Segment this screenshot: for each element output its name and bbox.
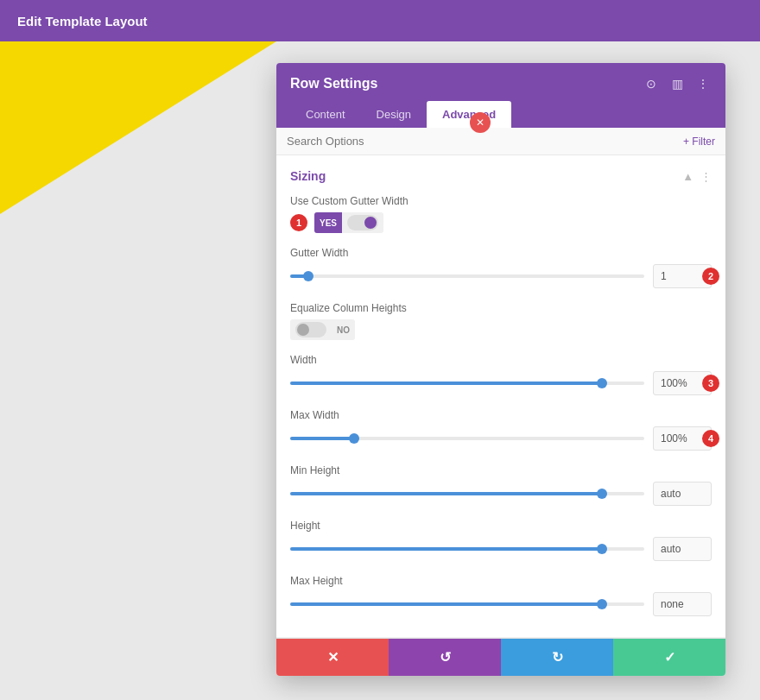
- height-label: Height: [290, 520, 712, 532]
- min-height-slider[interactable]: [290, 492, 644, 495]
- max-width-value: 100% 4: [653, 426, 712, 451]
- min-height-label: Min Height: [290, 464, 712, 476]
- tab-design[interactable]: Design: [361, 101, 427, 128]
- modal-header-icons: ⊙ ▥ ⋮: [643, 75, 712, 92]
- gutter-width-slider-row: 1 2: [290, 264, 712, 288]
- sizing-section: Sizing ▲ ⋮ Use Custom Gutter Width 1 YES: [276, 155, 725, 638]
- page-title: Edit Template Layout: [17, 14, 148, 28]
- slider-fill: [290, 382, 602, 385]
- section-header-icons: ▲ ⋮: [682, 170, 712, 183]
- min-height-row: Min Height auto: [290, 464, 712, 506]
- modal-body: Sizing ▲ ⋮ Use Custom Gutter Width 1 YES: [276, 155, 725, 638]
- gutter-width-slider[interactable]: [290, 274, 644, 278]
- modal-header-top: Row Settings ⊙ ▥ ⋮: [290, 75, 712, 92]
- width-slider-row: 100% 3: [290, 371, 712, 395]
- toggle-thumb-no: [297, 324, 309, 336]
- badge-2: 2: [702, 268, 719, 285]
- undo-button[interactable]: ↺: [389, 639, 501, 676]
- width-value: 100% 3: [653, 371, 712, 395]
- max-width-slider[interactable]: [290, 437, 644, 440]
- height-slider-row: auto: [290, 537, 712, 561]
- target-icon[interactable]: ⊙: [643, 75, 660, 92]
- slider-thumb: [597, 378, 607, 388]
- max-height-label: Max Height: [290, 575, 712, 587]
- slider-thumb: [597, 599, 607, 609]
- width-label: Width: [290, 354, 712, 366]
- modal-header: Row Settings ⊙ ▥ ⋮ Content Design Advanc…: [276, 63, 725, 128]
- tab-bar: Content Design Advanced: [290, 101, 712, 128]
- gutter-width-row: Gutter Width 1 2: [290, 247, 712, 288]
- height-value: auto: [653, 537, 712, 561]
- more-options-icon[interactable]: ⋮: [694, 75, 712, 92]
- gutter-width-label: Gutter Width: [290, 247, 712, 259]
- max-width-row: Max Width 100% 4: [290, 409, 712, 451]
- badge-1: 1: [290, 214, 307, 231]
- slider-fill: [290, 437, 354, 440]
- slider-thumb: [597, 489, 607, 499]
- section-header: Sizing ▲ ⋮: [290, 169, 712, 183]
- columns-icon[interactable]: ▥: [668, 75, 686, 92]
- slider-thumb: [349, 433, 359, 444]
- redo-button[interactable]: ↻: [501, 639, 613, 676]
- slider-fill: [290, 602, 602, 606]
- custom-gutter-toggle[interactable]: YES: [314, 212, 383, 233]
- badge-3: 3: [702, 375, 719, 392]
- width-slider[interactable]: [290, 382, 644, 385]
- toggle-track-no: [295, 322, 326, 337]
- max-height-slider-row: none: [290, 592, 712, 616]
- toggle-thumb: [364, 217, 377, 229]
- width-row: Width 100% 3: [290, 354, 712, 395]
- filter-button[interactable]: + Filter: [683, 136, 715, 148]
- max-height-value: none: [653, 592, 712, 616]
- gutter-width-value: 1 2: [653, 264, 712, 288]
- min-height-value: auto: [653, 482, 712, 506]
- max-height-row: Max Height none: [290, 575, 712, 616]
- row-settings-modal: Row Settings ⊙ ▥ ⋮ Content Design Advanc…: [276, 63, 725, 676]
- collapse-icon[interactable]: ▲: [682, 170, 694, 183]
- slider-thumb: [303, 271, 314, 281]
- cancel-button[interactable]: ✕: [276, 639, 389, 676]
- section-more-icon[interactable]: ⋮: [700, 170, 712, 183]
- height-slider[interactable]: [290, 547, 644, 551]
- custom-gutter-label: Use Custom Gutter Width: [290, 195, 712, 207]
- search-input[interactable]: [287, 135, 683, 148]
- search-bar: + Filter: [276, 128, 725, 155]
- toggle-wrapper: 1 YES: [290, 212, 712, 233]
- slider-fill: [290, 492, 602, 495]
- section-title: Sizing: [290, 169, 326, 183]
- header-bar: Edit Template Layout: [0, 0, 760, 41]
- min-height-slider-row: auto: [290, 482, 712, 506]
- max-height-slider[interactable]: [290, 602, 644, 606]
- equalize-heights-row: Equalize Column Heights NO: [290, 302, 712, 340]
- close-button[interactable]: ✕: [470, 112, 491, 133]
- slider-thumb: [597, 544, 607, 554]
- height-row: Height auto: [290, 520, 712, 561]
- save-button[interactable]: ✓: [613, 639, 725, 676]
- equalize-heights-label: Equalize Column Heights: [290, 302, 712, 314]
- max-width-slider-row: 100% 4: [290, 426, 712, 451]
- toggle-no-label: NO: [332, 319, 355, 340]
- custom-gutter-width-row: Use Custom Gutter Width 1 YES: [290, 195, 712, 233]
- badge-4: 4: [702, 430, 719, 447]
- tab-content[interactable]: Content: [290, 101, 361, 128]
- toggle-track: [347, 215, 378, 230]
- slider-fill: [290, 547, 602, 551]
- max-width-label: Max Width: [290, 409, 712, 421]
- modal-footer: ✕ ↺ ↻ ✓: [276, 638, 725, 676]
- equalize-heights-toggle[interactable]: NO: [290, 319, 355, 340]
- toggle-yes-label: YES: [314, 212, 342, 233]
- modal-title: Row Settings: [290, 76, 377, 91]
